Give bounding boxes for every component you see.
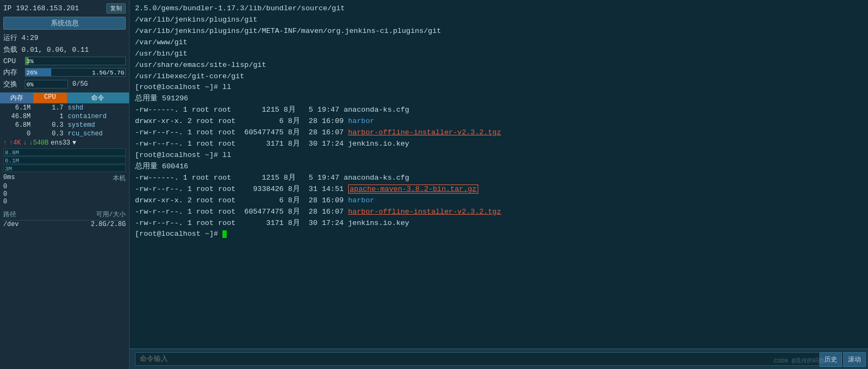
table-row: -rw-r--r--. 1 root root 605477475 8月 28 … xyxy=(135,207,863,218)
file-prefix: -rw------. 1 root root 1215 8月 5 19:47 xyxy=(135,106,344,114)
uptime-label: 运行 4:29 xyxy=(3,33,38,43)
net-dropdown-icon[interactable]: ▼ xyxy=(72,139,76,147)
table-row: 总用量 600416 xyxy=(135,161,863,173)
cpu-row: CPU 3% xyxy=(0,56,129,66)
table-row: [root@localhost ~]# xyxy=(135,229,863,240)
ip-row: IP 192.168.153.201 复制 xyxy=(0,2,129,15)
latency-header-row: 0ms 本机 xyxy=(3,174,126,183)
proc-cpu: 1.7 xyxy=(33,104,66,112)
load-stat: 负载 0.01, 0.06, 0.11 xyxy=(0,44,129,56)
bottom-right-buttons: 历史 滚动 xyxy=(819,352,866,367)
main-area: 2.5.0/gems/bundler-1.17.3/lib/bundler/so… xyxy=(130,0,868,369)
table-row: -rw------. 1 root root 1215 8月 5 19:47 a… xyxy=(135,173,863,184)
table-row: -rw-r--r--. 1 root root 3171 8月 30 17:24… xyxy=(135,218,863,229)
filename-blue: harbor xyxy=(348,196,375,204)
cpu-bar: 3% xyxy=(25,57,126,65)
proc-mem: 0 xyxy=(0,130,33,138)
latency-v2: 0 xyxy=(3,190,7,198)
filename-blue: harbor xyxy=(348,117,375,125)
list-item: 00.3rcu_sched xyxy=(0,129,129,138)
file-prefix: drwxr-xr-x. 2 root root 6 8月 28 16:09 xyxy=(135,196,348,204)
table-row: -rw-r--r--. 1 root root 605477475 8月 28 … xyxy=(135,127,863,139)
swap-label: 交换 xyxy=(3,79,23,89)
terminal-output[interactable]: 2.5.0/gems/bundler-1.17.3/lib/bundler/so… xyxy=(130,0,868,348)
proc-cmd: systemd xyxy=(66,121,130,129)
latency-v1: 0 xyxy=(3,183,7,190)
list-item: 6.1M1.7sshd xyxy=(0,104,129,112)
table-row: drwxr-xr-x. 2 root root 6 8月 28 16:09 ha… xyxy=(135,195,863,207)
filename: jenkins.io.key xyxy=(348,219,409,227)
filename: jenkins.io.key xyxy=(348,140,409,148)
cpu-percent-text: 3% xyxy=(26,57,33,65)
table-row: /usr/libexec/git-core/git xyxy=(135,71,863,83)
swap-percent-text: 0% xyxy=(26,80,33,88)
scroll-button[interactable]: 滚动 xyxy=(843,352,866,367)
proc-cmd: sshd xyxy=(66,104,130,112)
command-input[interactable] xyxy=(135,352,863,366)
list-item: /dev2.8G/2.8G xyxy=(3,221,126,228)
proc-cpu: 1 xyxy=(33,113,66,120)
proc-header-cmd[interactable]: 命令 xyxy=(67,93,130,103)
disk-section: 路径 可用/大小 /dev2.8G/2.8G xyxy=(0,209,129,229)
prompt: [root@localhost ~]# ll xyxy=(135,151,231,159)
table-row: [root@localhost ~]# ll xyxy=(135,150,863,161)
net-graph: 8.8M 6.1M 3M xyxy=(0,148,129,173)
filename-red: harbor-offline-installer-v2.3.2.tgz xyxy=(348,208,501,216)
disk-header-avail: 可用/大小 xyxy=(96,210,126,219)
table-row: [root@localhost ~]# ll xyxy=(135,82,863,93)
copy-button[interactable]: 复制 xyxy=(106,3,126,13)
load-label: 负载 0.01, 0.06, 0.11 xyxy=(3,45,89,54)
latency-section: 0ms 本机 0 0 0 xyxy=(0,173,129,207)
net-up-arrow: ↑ xyxy=(3,139,7,147)
list-item: 46.8M1containerd xyxy=(0,112,129,121)
file-prefix: -rw------. 1 root root 1215 8月 5 19:47 xyxy=(135,174,344,182)
proc-cpu: 0.3 xyxy=(33,130,66,138)
net-up-val: ↑4K xyxy=(9,139,21,147)
table-row: 总用量 591296 xyxy=(135,93,863,105)
process-list: 6.1M1.7sshd46.8M1containerd6.8M0.3system… xyxy=(0,104,129,138)
latency-label: 本机 xyxy=(113,174,126,183)
filename: anaconda-ks.cfg xyxy=(344,106,410,114)
process-header: 内存 CPU 命令 xyxy=(0,92,129,104)
proc-mem: 6.1M xyxy=(0,104,33,112)
sidebar: IP 192.168.153.201 复制 系统信息 运行 4:29 负载 0.… xyxy=(0,0,130,369)
file-prefix: -rw-r--r--. 1 root root 605477475 8月 28 … xyxy=(135,128,348,136)
proc-cpu: 0.3 xyxy=(33,121,66,129)
filename: anaconda-ks.cfg xyxy=(344,174,410,182)
mem-percent-text: 26% xyxy=(26,69,37,77)
net-graph-bar-2: 6.1M xyxy=(3,156,126,164)
file-prefix: drwxr-xr-x. 2 root root 6 8月 28 16:09 xyxy=(135,117,348,125)
disk-header-path: 路径 xyxy=(3,210,16,219)
proc-mem: 6.8M xyxy=(0,121,33,129)
net-row: ↑ ↑4K ↓ ↓540B ens33 ▼ xyxy=(3,139,126,147)
latency-val-row-2: 0 xyxy=(3,190,126,198)
cursor xyxy=(222,230,227,238)
table-row: /usr/bin/git xyxy=(135,49,863,60)
filename-red: harbor-offline-installer-v2.3.2.tgz xyxy=(348,128,501,136)
net-section: ↑ ↑4K ↓ ↓540B ens33 ▼ xyxy=(0,138,129,148)
table-row: -rw-r--r--. 1 root root 9338426 8月 31 14… xyxy=(135,184,863,195)
sys-info-button[interactable]: 系统信息 xyxy=(3,17,126,30)
net-down-val: ↓540B xyxy=(29,139,49,147)
table-row: drwxr-xr-x. 2 root root 6 8月 28 16:09 ha… xyxy=(135,116,863,127)
latency-val-row-1: 0 xyxy=(3,183,126,190)
mem-row: 内存 26% 1.5G/5.7G xyxy=(0,66,129,78)
mem-bar: 26% 1.5G/5.7G xyxy=(25,68,126,77)
latency-val-row-3: 0 xyxy=(3,198,126,206)
table-row: /var/lib/jenkins/plugins/git/META-INF/ma… xyxy=(135,26,863,37)
proc-header-cpu[interactable]: CPU xyxy=(33,93,67,103)
prompt: [root@localhost ~]# xyxy=(135,230,222,238)
swap-bar: 0% xyxy=(25,80,68,88)
proc-mem: 46.8M xyxy=(0,113,33,120)
disk-path: /dev xyxy=(3,221,19,228)
list-item: 6.8M0.3systemd xyxy=(0,121,129,129)
file-prefix: -rw-r--r--. 1 root root 605477475 8月 28 … xyxy=(135,208,348,216)
latency-ms: 0ms xyxy=(3,174,15,183)
proc-header-mem[interactable]: 内存 xyxy=(0,93,33,103)
disk-rows: /dev2.8G/2.8G xyxy=(3,221,126,228)
table-row: /var/lib/jenkins/plugins/git xyxy=(135,15,863,26)
prompt: [root@localhost ~]# ll xyxy=(135,83,231,91)
ip-label: IP 192.168.153.201 xyxy=(3,4,79,12)
proc-cmd: containerd xyxy=(66,113,130,120)
mem-used-text: 1.5G/5.7G xyxy=(92,69,124,77)
